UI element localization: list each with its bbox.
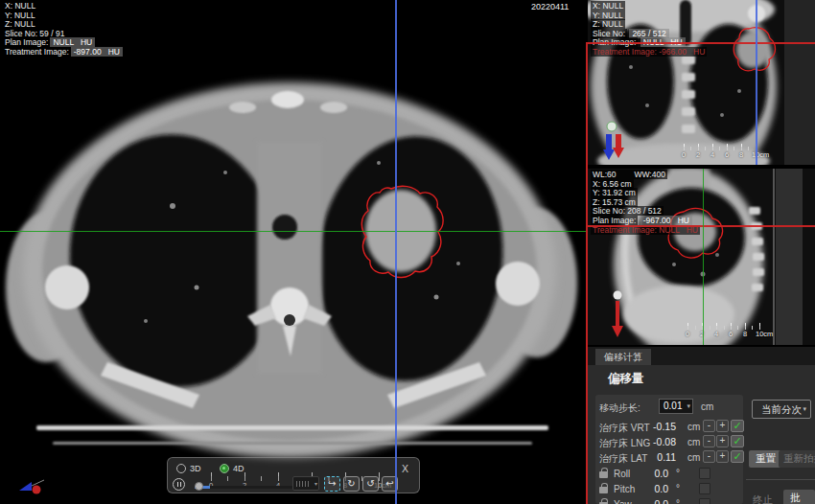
couch-vrt-value: -0.15	[645, 421, 676, 432]
coronal-scale-ruler: 02 46 810cm	[684, 144, 758, 159]
pitch-checkbox[interactable]	[699, 483, 710, 494]
sagittal-ct-viewport[interactable]: WL:60 WW:400 X: 6.56 cm Y: 31.92 cm Z: 1…	[588, 169, 815, 345]
couch-lat-label: 治疗床 LAT	[599, 452, 647, 466]
step-size-value: 0.01	[664, 401, 682, 411]
loop-icon: ↪	[328, 478, 336, 489]
radio-4d-label: 4D	[233, 464, 244, 473]
toolbar-x-label[interactable]: X	[402, 463, 408, 474]
orientation-marker-icon	[601, 119, 630, 163]
roll-value: 0.0	[638, 468, 668, 479]
playback-slider-thumb[interactable]	[195, 482, 203, 491]
axial-overlay-text: X: NULL Y: NULL Z: NULL Slice No: 59 / 9…	[3, 2, 123, 57]
playback-toolbar: 3D 4D ▾ ↪ ↻ ↺ ↩ X	[167, 457, 420, 493]
pitch-value: 0.0	[638, 483, 668, 494]
couch-vrt-label: 治疗床 VRT	[599, 422, 650, 435]
orientation-marker-icon	[611, 289, 624, 341]
couch-lng-plus-button[interactable]: +	[716, 435, 729, 447]
couch-lng-label: 治疗床 LNG	[599, 437, 650, 450]
yaw-checkbox[interactable]	[699, 498, 710, 504]
loop-icon: ↻	[347, 478, 355, 489]
yaw-unit: °	[676, 498, 680, 504]
radio-3d-label: 3D	[190, 464, 201, 473]
axial-ct-viewport[interactable]: X: NULL Y: NULL Z: NULL Slice No: 59 / 9…	[0, 0, 587, 504]
chevron-down-icon: ▾	[803, 401, 806, 418]
orientation-marker-icon	[13, 474, 46, 497]
step-size-unit: cm	[701, 401, 713, 412]
couch-vrt-plus-button[interactable]: +	[716, 420, 729, 432]
loop-mode-button-2[interactable]: ↻	[343, 476, 360, 492]
step-size-dropdown[interactable]: 0.01 ▾	[659, 399, 693, 414]
couch-lat-plus-button[interactable]: +	[716, 450, 729, 463]
couch-lng-minus-button[interactable]: -	[703, 435, 715, 447]
coronal-overlay-text: X: NULL Y: NULL Z: NULL Slice No: 265 / …	[591, 2, 707, 57]
terminate-button[interactable]: 终止	[749, 492, 777, 504]
chevron-down-icon: ▾	[314, 480, 317, 487]
couch-vrt-unit: cm	[687, 422, 700, 432]
couch-lat-unit: cm	[687, 452, 700, 463]
tab-offset-calculation[interactable]: 偏移计算	[595, 349, 651, 365]
radio-4d[interactable]	[220, 464, 229, 473]
coronal-crosshair-horizontal[interactable]	[588, 42, 815, 44]
roll-checkbox[interactable]	[699, 468, 710, 479]
sagittal-scale-ruler: 02 46 810cm	[687, 323, 762, 338]
loop-mode-button-3[interactable]: ↺	[362, 476, 379, 492]
chevron-down-icon: ▾	[687, 400, 690, 413]
panel-title: 偏移量	[608, 371, 644, 387]
couch-vrt-minus-button[interactable]: -	[703, 420, 715, 432]
study-date: 20220411	[529, 2, 570, 11]
panel-divider	[746, 479, 815, 480]
ct-igrt-application: X: NULL Y: NULL Z: NULL Slice No: 59 / 9…	[0, 0, 815, 504]
axial-crosshair-horizontal[interactable]	[0, 231, 587, 232]
axial-ct-image	[0, 0, 587, 504]
coronal-ct-viewport[interactable]: X: NULL Y: NULL Z: NULL Slice No: 265 / …	[588, 0, 815, 165]
step-size-label: 移动步长:	[599, 401, 640, 415]
yaw-value: 0.0	[638, 498, 668, 504]
pitch-unit: °	[676, 483, 680, 493]
retake-button[interactable]: 重新拍摄	[779, 450, 815, 468]
roll-unit: °	[676, 468, 680, 478]
speed-dropdown[interactable]: ▾	[292, 476, 319, 491]
couch-lng-unit: cm	[687, 437, 700, 447]
radio-3d[interactable]	[176, 464, 186, 473]
couch-lat-value: 0.11	[645, 451, 676, 463]
current-fraction-label: 当前分次	[761, 403, 802, 415]
couch-lng-checkbox[interactable]: ✓	[731, 435, 744, 447]
axial-crosshair-vertical[interactable]	[395, 0, 397, 504]
pause-button[interactable]	[173, 478, 185, 491]
sagittal-crosshair-vertical[interactable]	[703, 169, 704, 345]
loop-icon: ↩	[385, 478, 393, 489]
approve-button[interactable]: 批准	[783, 490, 815, 504]
couch-lat-minus-button[interactable]: -	[703, 450, 715, 463]
coronal-crosshair-vertical[interactable]	[756, 0, 757, 165]
speed-dropdown-value	[296, 481, 310, 487]
reset-button[interactable]: 重置	[749, 450, 782, 468]
couch-vrt-checkbox[interactable]: ✓	[731, 420, 744, 432]
couch-lat-checkbox[interactable]: ✓	[731, 450, 744, 463]
roll-label: Roll	[614, 469, 630, 479]
loop-icon: ↺	[366, 478, 374, 489]
current-fraction-dropdown[interactable]: 当前分次 ▾	[752, 400, 811, 419]
yaw-label: Yaw	[614, 499, 632, 504]
treatment-image-axis-line	[586, 42, 588, 504]
sagittal-crosshair-horizontal[interactable]	[588, 225, 815, 227]
pitch-label: Pitch	[614, 484, 635, 494]
panel-tab-bar: 偏移计算	[588, 347, 815, 365]
lock-icon	[599, 487, 608, 493]
loop-mode-button-1[interactable]: ↪	[324, 476, 340, 492]
offset-panel: 偏移计算 偏移量 移动步长: 0.01 ▾ cm 当前分次 ▾ 治疗床 VRT …	[588, 347, 815, 504]
couch-lng-value: -0.08	[645, 436, 676, 447]
lock-icon	[599, 471, 608, 478]
